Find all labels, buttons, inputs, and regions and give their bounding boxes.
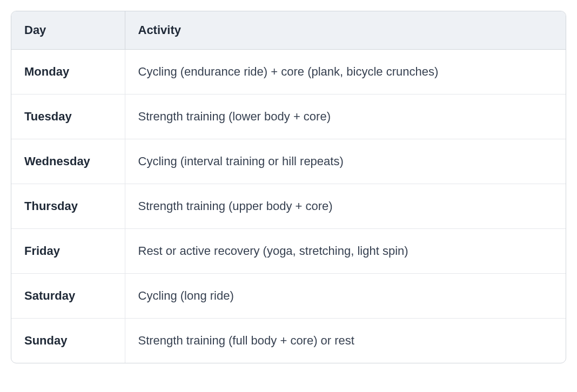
cell-day: Wednesday <box>11 139 125 184</box>
table-row: Tuesday Strength training (lower body + … <box>11 94 566 139</box>
table-header-row: Day Activity <box>11 11 566 50</box>
cell-day: Friday <box>11 229 125 274</box>
table-row: Monday Cycling (endurance ride) + core (… <box>11 50 566 94</box>
cell-activity: Cycling (long ride) <box>125 274 566 319</box>
schedule-table-wrapper: Day Activity Monday Cycling (endurance r… <box>11 11 566 363</box>
table-row: Friday Rest or active recovery (yoga, st… <box>11 229 566 274</box>
table-header: Day Activity <box>11 11 566 50</box>
column-header-activity: Activity <box>125 11 566 50</box>
cell-activity: Cycling (interval training or hill repea… <box>125 139 566 184</box>
table-row: Wednesday Cycling (interval training or … <box>11 139 566 184</box>
table-row: Saturday Cycling (long ride) <box>11 274 566 319</box>
cell-day: Thursday <box>11 184 125 229</box>
cell-day: Monday <box>11 50 125 94</box>
table-row: Thursday Strength training (upper body +… <box>11 184 566 229</box>
cell-activity: Rest or active recovery (yoga, stretchin… <box>125 229 566 274</box>
table-row: Sunday Strength training (full body + co… <box>11 319 566 363</box>
table-body: Monday Cycling (endurance ride) + core (… <box>11 50 566 363</box>
schedule-table: Day Activity Monday Cycling (endurance r… <box>11 11 566 363</box>
cell-activity: Strength training (upper body + core) <box>125 184 566 229</box>
cell-day: Saturday <box>11 274 125 319</box>
cell-activity: Cycling (endurance ride) + core (plank, … <box>125 50 566 94</box>
column-header-day: Day <box>11 11 125 50</box>
cell-day: Sunday <box>11 319 125 363</box>
cell-activity: Strength training (full body + core) or … <box>125 319 566 363</box>
cell-activity: Strength training (lower body + core) <box>125 94 566 139</box>
cell-day: Tuesday <box>11 94 125 139</box>
